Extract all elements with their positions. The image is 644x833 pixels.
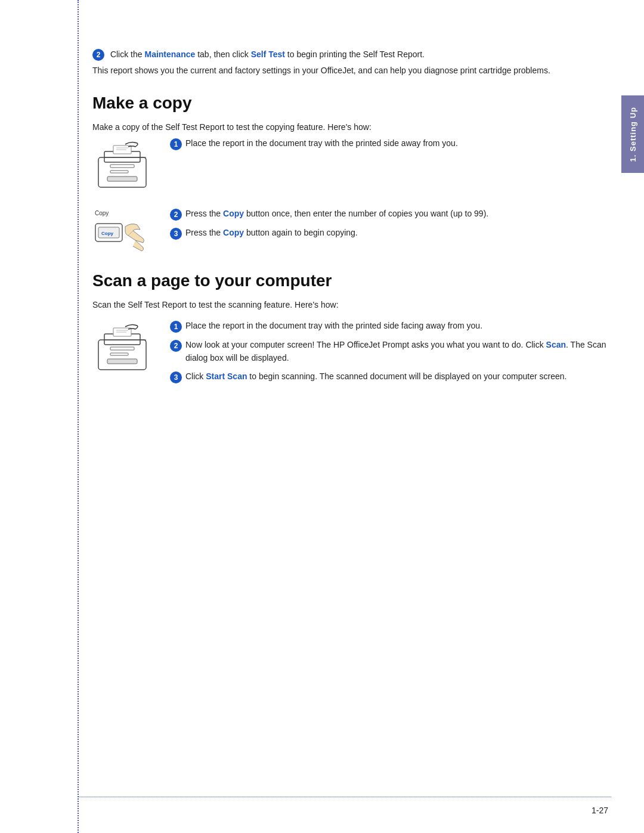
intro-step2-suffix: to begin printing the Self Test Report. [285,49,425,59]
main-content: 2 Click the Maintenance tab, then click … [92,48,608,400]
side-tab-label: 1. Setting Up [628,107,637,162]
copy-link2: Copy [223,228,244,237]
make-copy-intro: Make a copy of the Self Test Report to t… [92,121,608,134]
copy-button-illustration: Copy Copy [92,210,158,259]
page-number: 1-27 [592,806,608,815]
svg-rect-3 [110,165,134,168]
make-copy-step2-block: Copy Copy 2 [92,208,608,259]
scan-step3-text-block: 3 Click Start Scan to begin scanning. Th… [170,370,608,383]
scan-step1-block: 1 Place the report in the document tray … [92,320,608,388]
scan-step3-circle: 3 [170,371,182,383]
step3-copy-circle: 3 [170,228,182,240]
scan-step2-text-block: 2 Now look at your computer screen! The … [170,339,608,364]
svg-rect-5 [107,176,137,181]
scan-step2-prefix: Now look at your computer screen! The HP… [185,340,546,349]
scan-printer-illustration [92,322,158,378]
intro-step2-prefix: Click the [110,49,145,59]
scan-page-intro: Scan the Self Test Report to test the sc… [92,299,608,311]
svg-text:Copy: Copy [101,231,114,236]
svg-rect-17 [107,359,137,364]
scan-step2-circle: 2 [170,340,182,352]
make-copy-step3-suffix: button again to begin copying. [244,228,358,237]
make-copy-step1-block: 1 Place the report in the document tray … [92,137,608,196]
step2-circle: 2 [92,49,104,61]
side-tab-setting-up: 1. Setting Up [621,95,644,173]
make-copy-step3: Press the Copy button again to begin cop… [185,227,358,240]
scan-link: Scan [546,340,566,349]
scan-step1-text-block: 1 Place the report in the document tray … [170,320,608,333]
bottom-rule [78,797,611,797]
make-copy-section: Make a copy Make a copy of the Self Test… [92,94,608,259]
make-copy-step1-text: 1 Place the report in the document tray … [170,137,608,155]
copy-label: Copy [95,210,109,216]
make-copy-steps-text: 2 Press the Copy button once, then enter… [170,208,608,244]
step2-copy-circle: 2 [170,209,182,221]
scan-step3: Click Start Scan to begin scanning. The … [185,370,566,383]
svg-rect-15 [110,347,134,350]
left-border-decoration [78,0,79,833]
step1-block: 1 Place the report in the document tray … [170,137,608,150]
svg-rect-4 [110,171,128,173]
scan-page-section: Scan a page to your computer Scan the Se… [92,271,608,388]
step1-circle: 1 [170,138,182,150]
printer-illustration [92,140,158,196]
page: 1. Setting Up 2 Click the Maintenance ta… [0,0,644,833]
copy-link1: Copy [223,209,244,218]
intro-step2-middle: tab, then click [195,49,250,59]
make-copy-step2: Press the Copy button once, then enter t… [185,208,488,221]
start-scan-link: Start Scan [206,371,247,381]
maintenance-link: Maintenance [144,49,195,59]
step2-copy-block: 2 Press the Copy button once, then enter… [170,208,608,221]
scan-step3-suffix: to begin scanning. The scanned document … [247,371,566,381]
scan-step1: Place the report in the document tray wi… [185,320,482,333]
report-text: This report shows you the current and fa… [92,64,608,77]
make-copy-heading: Make a copy [92,94,608,113]
step3-copy-block: 3 Press the Copy button again to begin c… [170,227,608,240]
self-test-link: Self Test [251,49,285,59]
intro-section: 2 Click the Maintenance tab, then click … [92,48,608,77]
make-copy-step2-suffix: button once, then enter the number of co… [244,209,488,218]
intro-step2-line: 2 Click the Maintenance tab, then click … [92,48,608,61]
make-copy-step1: Place the report in the document tray wi… [185,137,458,150]
scan-step2: Now look at your computer screen! The HP… [185,339,608,364]
scan-page-heading: Scan a page to your computer [92,271,608,290]
scan-steps-text: 1 Place the report in the document tray … [170,320,608,388]
svg-rect-16 [110,353,128,355]
scan-step1-circle: 1 [170,321,182,333]
